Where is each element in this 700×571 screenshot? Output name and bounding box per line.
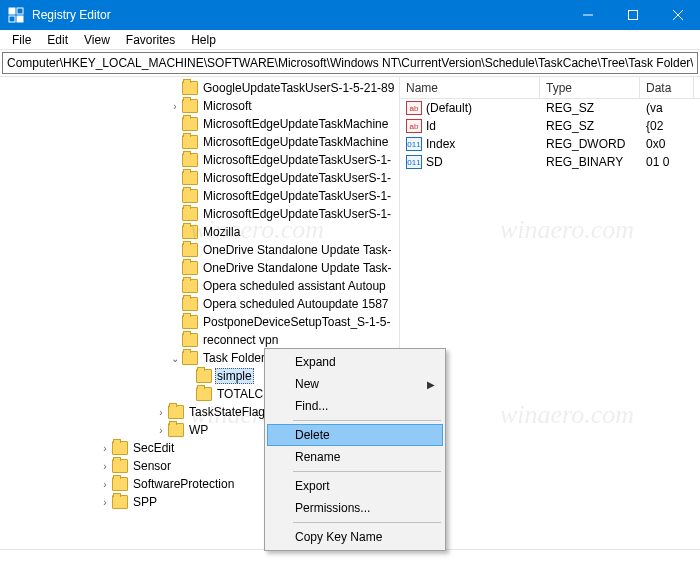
value-name: SD	[426, 155, 443, 169]
tree-item[interactable]: MicrosoftEdgeUpdateTaskUserS-1-	[0, 169, 399, 187]
folder-icon	[182, 135, 198, 149]
tree-label: PostponeDeviceSetupToast_S-1-5-	[201, 315, 392, 329]
folder-icon	[168, 405, 184, 419]
tree-item[interactable]: OneDrive Standalone Update Task-	[0, 241, 399, 259]
tree-label: MicrosoftEdgeUpdateTaskUserS-1-	[201, 153, 393, 167]
address-input[interactable]	[3, 55, 697, 71]
menu-edit[interactable]: Edit	[39, 31, 76, 49]
tree-label: Opera scheduled Autoupdate 1587	[201, 297, 390, 311]
collapse-icon[interactable]: ⌄	[168, 353, 182, 364]
folder-icon	[182, 171, 198, 185]
value-type: REG_BINARY	[546, 155, 623, 169]
menu-favorites[interactable]: Favorites	[118, 31, 183, 49]
tree-item[interactable]: Opera scheduled assistant Autoup	[0, 277, 399, 295]
folder-icon	[182, 243, 198, 257]
tree-item[interactable]: reconnect vpn	[0, 331, 399, 349]
tree-label: Microsoft	[201, 99, 254, 113]
ctx-delete[interactable]: Delete	[267, 424, 443, 446]
folder-icon	[196, 387, 212, 401]
list-header[interactable]: Name Type Data	[400, 77, 700, 99]
value-name: (Default)	[426, 101, 472, 115]
col-data[interactable]: Data	[640, 77, 694, 98]
folder-icon	[112, 477, 128, 491]
value-name: Id	[426, 119, 436, 133]
svg-rect-5	[628, 11, 637, 20]
tree-item[interactable]: Mozilla	[0, 223, 399, 241]
menu-help[interactable]: Help	[183, 31, 224, 49]
value-row[interactable]: 011SDREG_BINARY01 0	[400, 153, 700, 171]
window-title: Registry Editor	[32, 8, 565, 22]
expand-icon[interactable]: ›	[154, 407, 168, 418]
ctx-export[interactable]: Export	[267, 475, 443, 497]
svg-rect-2	[9, 16, 15, 22]
tree-label: simple	[215, 368, 254, 384]
menu-view[interactable]: View	[76, 31, 118, 49]
ctx-separator	[293, 471, 441, 472]
folder-icon	[168, 423, 184, 437]
svg-rect-3	[17, 16, 23, 22]
tree-item[interactable]: OneDrive Standalone Update Task-	[0, 259, 399, 277]
svg-rect-0	[9, 8, 15, 14]
value-name: Index	[426, 137, 455, 151]
tree-item[interactable]: MicrosoftEdgeUpdateTaskMachine	[0, 115, 399, 133]
close-button[interactable]	[655, 0, 700, 30]
expand-icon[interactable]: ›	[98, 479, 112, 490]
folder-icon	[112, 459, 128, 473]
tree-item[interactable]: GoogleUpdateTaskUserS-1-5-21-89	[0, 79, 399, 97]
maximize-button[interactable]	[610, 0, 655, 30]
expand-icon[interactable]: ›	[168, 101, 182, 112]
menu-bar: File Edit View Favorites Help	[0, 30, 700, 50]
folder-icon	[182, 351, 198, 365]
ctx-expand[interactable]: Expand	[267, 351, 443, 373]
tree-item[interactable]: MicrosoftEdgeUpdateTaskMachine	[0, 133, 399, 151]
folder-icon	[112, 441, 128, 455]
expand-icon[interactable]: ›	[154, 425, 168, 436]
col-name[interactable]: Name	[400, 77, 540, 98]
ctx-permissions[interactable]: Permissions...	[267, 497, 443, 519]
value-row[interactable]: abIdREG_SZ{02	[400, 117, 700, 135]
tree-item[interactable]: Opera scheduled Autoupdate 1587	[0, 295, 399, 313]
folder-icon	[112, 495, 128, 509]
binary-value-icon: 011	[406, 137, 422, 151]
tree-label: GoogleUpdateTaskUserS-1-5-21-89	[201, 81, 396, 95]
title-bar: Registry Editor	[0, 0, 700, 30]
binary-value-icon: 011	[406, 155, 422, 169]
expand-icon[interactable]: ›	[98, 443, 112, 454]
address-bar[interactable]	[2, 52, 698, 74]
ctx-find[interactable]: Find...	[267, 395, 443, 417]
ctx-rename[interactable]: Rename	[267, 446, 443, 468]
expand-icon[interactable]: ›	[98, 461, 112, 472]
tree-item[interactable]: ›Microsoft	[0, 97, 399, 115]
col-type[interactable]: Type	[540, 77, 640, 98]
folder-icon	[182, 81, 198, 95]
tree-label: MicrosoftEdgeUpdateTaskMachine	[201, 135, 390, 149]
folder-icon	[182, 261, 198, 275]
app-icon	[8, 7, 24, 23]
folder-icon	[182, 207, 198, 221]
string-value-icon: ab	[406, 101, 422, 115]
tree-item[interactable]: MicrosoftEdgeUpdateTaskUserS-1-	[0, 187, 399, 205]
minimize-button[interactable]	[565, 0, 610, 30]
folder-icon	[182, 189, 198, 203]
tree-label: Mozilla	[201, 225, 242, 239]
tree-item[interactable]: PostponeDeviceSetupToast_S-1-5-	[0, 313, 399, 331]
value-data: {02	[646, 119, 663, 133]
value-data: 01 0	[646, 155, 669, 169]
tree-label: reconnect vpn	[201, 333, 280, 347]
folder-icon	[182, 225, 198, 239]
tree-item[interactable]: MicrosoftEdgeUpdateTaskUserS-1-	[0, 151, 399, 169]
submenu-arrow-icon: ▶	[427, 379, 435, 390]
expand-icon[interactable]: ›	[98, 497, 112, 508]
tree-label: SecEdit	[131, 441, 176, 455]
tree-label: OneDrive Standalone Update Task-	[201, 243, 394, 257]
value-row[interactable]: 011IndexREG_DWORD0x0	[400, 135, 700, 153]
ctx-separator	[293, 420, 441, 421]
value-row[interactable]: ab(Default)REG_SZ(va	[400, 99, 700, 117]
tree-label: Opera scheduled assistant Autoup	[201, 279, 388, 293]
ctx-copy-key-name[interactable]: Copy Key Name	[267, 526, 443, 548]
tree-label: OneDrive Standalone Update Task-	[201, 261, 394, 275]
ctx-new[interactable]: New▶	[267, 373, 443, 395]
menu-file[interactable]: File	[4, 31, 39, 49]
tree-item[interactable]: MicrosoftEdgeUpdateTaskUserS-1-	[0, 205, 399, 223]
tree-label: Task Folder	[201, 351, 267, 365]
